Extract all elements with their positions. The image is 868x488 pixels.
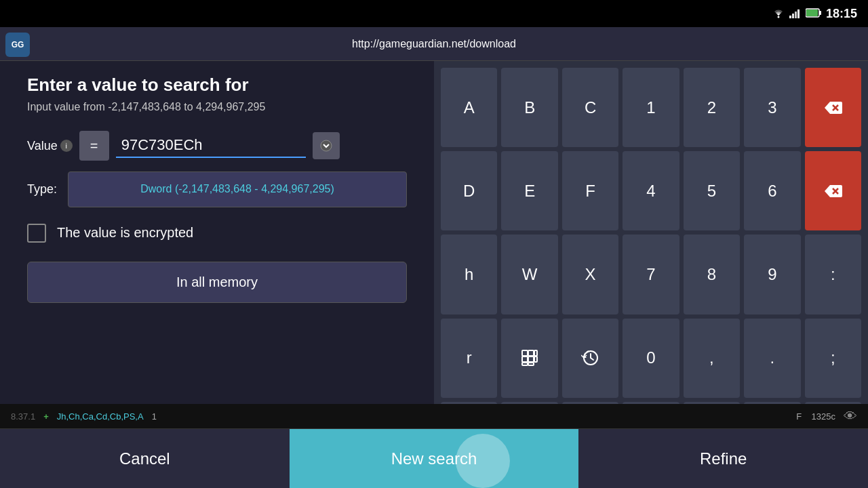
key-0-row4[interactable]: 0: [623, 319, 679, 398]
key-6[interactable]: 6: [744, 151, 800, 230]
value-label-text: Value: [27, 139, 58, 153]
wifi-icon: [772, 7, 785, 20]
key-period[interactable]: .: [744, 319, 800, 398]
eye-icon: 👁: [844, 409, 857, 424]
svg-point-8: [321, 140, 332, 151]
key-9[interactable]: 9: [744, 235, 800, 314]
encrypted-checkbox[interactable]: [27, 224, 46, 243]
encrypted-row: The value is encrypted: [27, 224, 407, 243]
key-comma[interactable]: ,: [684, 319, 740, 398]
key-delete-1[interactable]: [805, 68, 861, 147]
cancel-button[interactable]: Cancel: [0, 429, 290, 488]
refine-button[interactable]: Refine: [578, 429, 868, 488]
svg-rect-13: [522, 350, 528, 356]
type-label: Type:: [27, 182, 57, 197]
key-2[interactable]: 2: [684, 68, 740, 147]
key-3[interactable]: 3: [744, 68, 800, 147]
key-F[interactable]: F: [562, 151, 618, 230]
signal-icon: [789, 7, 802, 20]
svg-point-0: [777, 16, 779, 18]
app-icon[interactable]: GG: [5, 33, 30, 57]
type-button[interactable]: Dword (-2,147,483,648 - 4,294,967,295): [68, 171, 407, 207]
status-time: 18:15: [826, 7, 857, 21]
svg-rect-14: [528, 350, 534, 356]
key-8[interactable]: 8: [684, 235, 740, 314]
svg-rect-17: [522, 363, 528, 365]
dialog-title: Enter a value to search for: [27, 75, 407, 96]
value-label: Value i: [27, 139, 73, 153]
key-r[interactable]: r: [441, 319, 497, 398]
status-icons: 18:15: [772, 7, 857, 21]
svg-rect-18: [528, 363, 534, 365]
key-row-3: h W X 7 8 9 :: [441, 235, 861, 314]
url-bar: http://gameguardian.net/download: [0, 27, 868, 61]
key-semicolon[interactable]: ;: [805, 319, 861, 398]
dialog-subtitle: Input value from -2,147,483,648 to 4,294…: [27, 100, 407, 115]
svg-rect-7: [806, 9, 818, 16]
key-7[interactable]: 7: [623, 235, 679, 314]
svg-rect-16: [528, 357, 534, 362]
key-colon[interactable]: :: [805, 235, 861, 314]
value-row: Value i =: [27, 131, 407, 161]
encrypted-label: The value is encrypted: [57, 225, 193, 241]
sys-count: 1: [152, 411, 157, 422]
key-4[interactable]: 4: [623, 151, 679, 230]
new-search-button[interactable]: New search: [290, 429, 579, 488]
key-h[interactable]: h: [441, 235, 497, 314]
type-row: Type: Dword (-2,147,483,648 - 4,294,967,…: [27, 171, 407, 207]
key-delete-2[interactable]: [805, 151, 861, 230]
sys-tags: Jh,Ch,Ca,Cd,Cb,PS,A: [57, 411, 144, 422]
sys-version: 8.37.1: [11, 411, 35, 422]
key-grid[interactable]: [501, 319, 557, 398]
key-X[interactable]: X: [562, 235, 618, 314]
dropdown-button[interactable]: [313, 132, 340, 159]
sys-hex: F 1325c: [796, 411, 835, 422]
value-input[interactable]: [116, 134, 306, 158]
key-D[interactable]: D: [441, 151, 497, 230]
key-row-1: A B C 1 2 3: [441, 68, 861, 147]
svg-rect-1: [789, 16, 791, 18]
key-row-2: D E F 4 5 6: [441, 151, 861, 230]
url-text: http://gameguardian.net/download: [352, 38, 516, 50]
key-C[interactable]: C: [562, 68, 618, 147]
key-W[interactable]: W: [501, 235, 557, 314]
svg-rect-15: [522, 357, 528, 362]
status-bar: 18:15: [0, 0, 868, 27]
system-bottom-bar: 8.37.1 + Jh,Ch,Ca,Cd,Cb,PS,A 1 F 1325c 👁: [0, 404, 868, 428]
key-row-4: r: [441, 319, 861, 398]
battery-icon: [806, 8, 822, 20]
key-5[interactable]: 5: [684, 151, 740, 230]
svg-rect-2: [792, 14, 794, 18]
svg-rect-6: [819, 11, 821, 15]
svg-rect-20: [534, 357, 537, 362]
key-E[interactable]: E: [501, 151, 557, 230]
key-history[interactable]: [562, 319, 618, 398]
key-A[interactable]: A: [441, 68, 497, 147]
memory-button[interactable]: In all memory: [27, 262, 407, 303]
svg-rect-3: [795, 12, 797, 18]
equals-button[interactable]: =: [79, 131, 109, 161]
bottom-action-bar: Cancel New search Refine: [0, 428, 868, 488]
key-1[interactable]: 1: [623, 68, 679, 147]
key-B[interactable]: B: [501, 68, 557, 147]
svg-rect-19: [534, 350, 537, 356]
info-icon[interactable]: i: [60, 140, 73, 152]
ripple-effect: [456, 434, 510, 488]
svg-rect-4: [797, 9, 800, 18]
sys-plus: +: [43, 411, 49, 422]
